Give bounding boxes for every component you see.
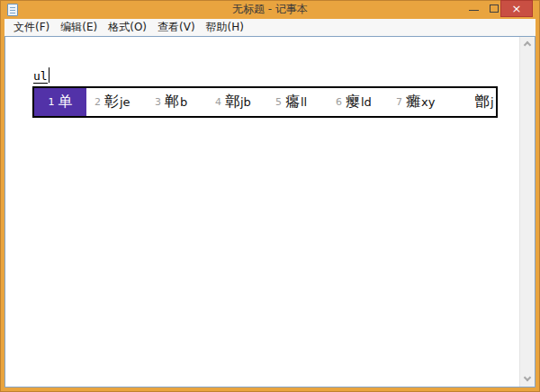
scroll-down-button[interactable] [520, 371, 536, 387]
ime-candidate[interactable]: 6 瘿 ld [328, 88, 388, 116]
candidate-code: b [180, 95, 187, 109]
candidate-number: 1 [49, 96, 55, 108]
menu-view[interactable]: 查看(V) [152, 18, 201, 37]
menubar: 文件(F) 编辑(E) 格式(O) 查看(V) 帮助(H) [4, 19, 536, 36]
candidate-number: 6 [336, 96, 342, 108]
menu-help[interactable]: 帮助(H) [201, 18, 249, 37]
text-editor[interactable]: ul 1 单 2 彰 je 3 郸 b 4 鄣 jb 5 [4, 36, 536, 388]
window-title: 无标题 - 记事本 [90, 0, 450, 19]
candidate-code: je [120, 95, 130, 109]
candidate-code: xy [421, 95, 435, 109]
candidate-code: j [490, 95, 494, 109]
candidate-number: 5 [275, 96, 282, 108]
candidate-char: 郸 [165, 93, 179, 111]
candidate-number: 3 [155, 96, 161, 108]
ime-candidate[interactable]: 7 癱 xy [388, 88, 448, 116]
text-caret [49, 67, 50, 83]
candidate-char: 癱 [406, 93, 420, 111]
candidate-code: jb [240, 95, 251, 109]
notepad-window: 无标题 - 记事本 × 文件(F) 编辑(E) 格式(O) 查看(V) 帮助(H… [0, 0, 540, 392]
candidate-code: ld [361, 95, 372, 109]
chevron-down-icon [524, 374, 531, 381]
ime-candidate-clipped[interactable]: 鄫 j [448, 88, 494, 116]
ime-candidate-selected[interactable]: 1 单 [34, 88, 86, 116]
ime-composition-text: ul [33, 69, 48, 84]
ime-candidate[interactable]: 2 彰 je [86, 88, 147, 116]
ime-candidate[interactable]: 5 癟 ll [267, 88, 328, 116]
minimize-button[interactable] [464, 0, 484, 17]
titlebar[interactable]: 无标题 - 记事本 × [0, 0, 540, 19]
candidate-char: 鄣 [225, 93, 239, 111]
notepad-icon[interactable] [7, 4, 18, 16]
candidate-char: 单 [58, 93, 73, 111]
ime-candidate[interactable]: 4 鄣 jb [207, 88, 267, 116]
candidate-char: 彰 [104, 93, 119, 111]
vertical-scrollbar[interactable] [519, 37, 535, 387]
candidate-number: 4 [215, 96, 221, 108]
menu-file[interactable]: 文件(F) [8, 18, 55, 37]
ime-candidate[interactable]: 3 郸 b [147, 88, 207, 116]
candidate-char: 鄫 [475, 93, 490, 111]
candidate-char: 瘿 [346, 93, 360, 111]
candidate-number: 7 [396, 96, 402, 108]
menu-edit[interactable]: 编辑(E) [55, 18, 103, 37]
menu-format[interactable]: 格式(O) [103, 18, 152, 37]
close-button[interactable]: × [500, 0, 533, 17]
candidate-code: ll [301, 95, 307, 109]
close-icon: × [512, 2, 522, 15]
candidate-number: 2 [94, 96, 101, 108]
ime-candidate-window: 1 单 2 彰 je 3 郸 b 4 鄣 jb 5 癟 ll [32, 86, 498, 118]
scroll-up-button[interactable] [520, 37, 536, 52]
maximize-icon [490, 4, 499, 13]
minimize-icon [469, 10, 479, 11]
chevron-up-icon [524, 41, 531, 49]
candidate-char: 癟 [285, 93, 300, 111]
